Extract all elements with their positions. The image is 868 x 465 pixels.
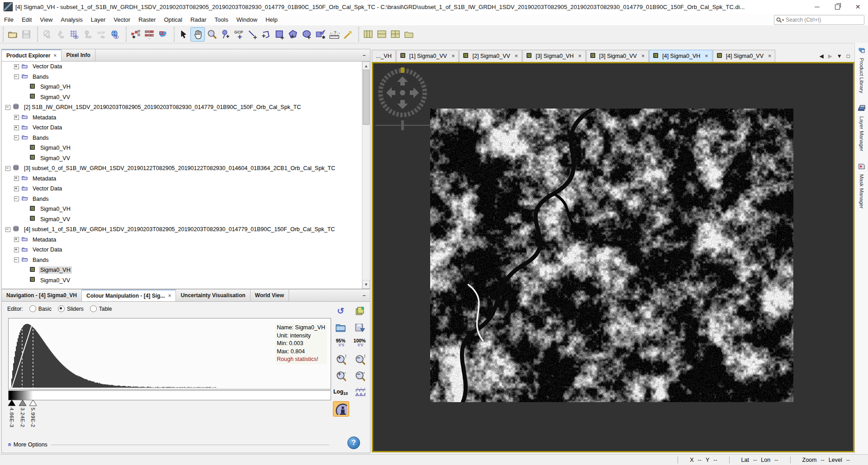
- tree-expander-icon[interactable]: [5, 227, 10, 232]
- log-scale-icon[interactable]: Log10: [333, 385, 348, 399]
- restore-button[interactable]: [827, 0, 848, 14]
- graph-builder-icon[interactable]: ...: [142, 28, 156, 41]
- search-dropdown-icon[interactable]: ▾: [782, 18, 784, 22]
- tree-expander-icon[interactable]: [14, 64, 19, 69]
- doc-tab--vh[interactable]: ..._VH: [372, 50, 396, 62]
- minimize-button[interactable]: [807, 0, 827, 14]
- sidebar-mask-manager[interactable]: Mask Manager: [857, 163, 866, 209]
- tool-tab-colour-manipulation-4-sig-[interactable]: Colour Manipulation - [4] Sig...×: [82, 289, 176, 301]
- show-extra-info-icon[interactable]: [333, 401, 349, 417]
- tree-item-sigma0-vh[interactable]: Sigma0_VH: [2, 265, 362, 275]
- close-tab-icon[interactable]: ×: [53, 52, 57, 59]
- scroll-tabs-right-icon[interactable]: ▶: [828, 53, 832, 59]
- graticule-overlay-icon[interactable]: [67, 28, 81, 41]
- tree-scrollbar[interactable]: ▲ ▼: [362, 62, 370, 289]
- scroll-down-icon[interactable]: ▼: [362, 280, 370, 289]
- tree-item--4-subset-1-of-s1b-iw-grdh-1sdv-20190203[interactable]: [4] subset_1_of_S1B_IW_GRDH_1SDV_2019020…: [2, 224, 362, 235]
- tree-item-metadata[interactable]: Metadata: [2, 235, 362, 245]
- tree-expander-icon[interactable]: [14, 247, 19, 252]
- sar-image[interactable]: [430, 109, 793, 402]
- doc-tab--3-sigma0-vv[interactable]: [3] Sigma0_VV×: [586, 50, 649, 62]
- tree-item-sigma0-vv[interactable]: Sigma0_VV: [2, 92, 362, 103]
- zoom-tool-icon[interactable]: [205, 28, 218, 41]
- doc-tab--3-sigma0-vh[interactable]: [3] Sigma0_VH×: [522, 50, 585, 62]
- gcp-overlay-icon[interactable]: GCP: [95, 28, 108, 41]
- tree-item--2-s1b-iw-grdh-1sdv-20190203t082905-2019[interactable]: [2] S1B_IW_GRDH_1SDV_20190203T082905_201…: [2, 102, 362, 113]
- close-doc-tab-icon[interactable]: ×: [515, 53, 518, 59]
- tree-item-vector-data[interactable]: Vector Data: [2, 245, 362, 255]
- tree-expander-icon[interactable]: [14, 74, 19, 79]
- scroll-tabs-left-icon[interactable]: ◀: [819, 53, 823, 59]
- tree-expander-icon[interactable]: [14, 125, 19, 130]
- tree-item-bands[interactable]: Bands: [2, 72, 362, 82]
- explorer-tab-pixel-info[interactable]: Pixel Info: [62, 49, 95, 61]
- menu-file[interactable]: File: [0, 14, 18, 25]
- scrollbar-thumb[interactable]: [363, 70, 370, 125]
- tree-item-sigma0-vh[interactable]: Sigma0_VH: [2, 204, 362, 214]
- doc-tab--2-sigma0-vv[interactable]: [2] Sigma0_VV×: [459, 50, 522, 62]
- editor-radio-basic[interactable]: [29, 305, 36, 312]
- doc-tab--4-sigma0-vh[interactable]: [4] Sigma0_VH×: [649, 50, 712, 62]
- auto-adjust-95-icon[interactable]: 95%: [333, 336, 348, 351]
- pin-overlay-icon[interactable]: [54, 28, 67, 41]
- measure-tool-icon[interactable]: ←?→: [327, 28, 341, 41]
- import-shape-icon[interactable]: ✱: [313, 28, 327, 41]
- doc-tab--1-sigma0-vv[interactable]: [1] Sigma0_VV×: [396, 50, 459, 62]
- tree-item--3-subset-0-of-s1b-iw-grdh-1sdv-20190122[interactable]: [3] subset_0_of_S1B_IW_GRDH_1SDV_2019012…: [2, 163, 362, 174]
- palette-sliders[interactable]: [8, 399, 330, 407]
- tree-item-vector-data[interactable]: Vector Data: [2, 184, 362, 194]
- close-doc-tab-icon[interactable]: ×: [451, 53, 455, 59]
- tile-single-icon[interactable]: [402, 28, 416, 41]
- zoom-in-vertical-icon[interactable]: + ↕: [333, 352, 348, 367]
- minimize-panel-icon[interactable]: –: [358, 49, 370, 61]
- tree-expander-icon[interactable]: [14, 115, 19, 120]
- auto-adjust-100-icon[interactable]: 100%: [352, 336, 367, 351]
- close-doc-tab-icon[interactable]: ×: [705, 53, 708, 59]
- save-product-icon[interactable]: [19, 28, 33, 41]
- tree-item-bands[interactable]: Bands: [2, 194, 362, 204]
- tree-item-metadata[interactable]: Metadata: [2, 113, 362, 123]
- apply-to-multiple-icon[interactable]: [352, 304, 367, 318]
- tree-expander-icon[interactable]: [14, 186, 19, 191]
- ellipse-tool-icon[interactable]: [300, 28, 313, 41]
- scroll-up-icon[interactable]: ▲: [362, 62, 370, 70]
- tile-grid-icon[interactable]: [389, 28, 402, 41]
- close-button[interactable]: ✕: [848, 0, 868, 14]
- zoom-out-horizontal-icon[interactable]: − ↔: [352, 369, 367, 383]
- tree-expander-icon[interactable]: [14, 176, 19, 181]
- distribute-sliders-icon[interactable]: [352, 385, 367, 399]
- menu-raster[interactable]: Raster: [134, 14, 160, 25]
- menu-tools[interactable]: Tools: [210, 14, 232, 25]
- navigation-dial[interactable]: [375, 65, 433, 133]
- doc-tab--4-sigma0-vv[interactable]: [4] Sigma0_VV×: [713, 50, 776, 62]
- close-doc-tab-icon[interactable]: ×: [768, 53, 771, 59]
- tab-list-dropdown-icon[interactable]: ▼: [837, 53, 842, 59]
- menu-view[interactable]: View: [36, 14, 57, 25]
- reset-icon[interactable]: ↺: [333, 304, 348, 318]
- close-tab-icon[interactable]: ×: [168, 293, 171, 299]
- world-map-icon[interactable]: [156, 28, 170, 41]
- polygon-tool-icon[interactable]: [286, 28, 300, 41]
- import-palette-icon[interactable]: [333, 320, 348, 334]
- menu-vector[interactable]: Vector: [109, 14, 134, 25]
- tile-vertical-icon[interactable]: [361, 28, 375, 41]
- tool-tab-uncertainty-visualisation[interactable]: Uncertainty Visualisation: [176, 289, 250, 301]
- help-button[interactable]: ?: [347, 437, 360, 449]
- magic-wand-icon[interactable]: [341, 28, 354, 41]
- export-palette-icon[interactable]: [352, 320, 367, 334]
- editor-radio-table[interactable]: [90, 305, 97, 312]
- menu-analysis[interactable]: Analysis: [57, 14, 86, 25]
- world-overlay-icon[interactable]: [108, 28, 122, 41]
- tree-expander-icon[interactable]: [14, 135, 19, 140]
- pan-tool-icon[interactable]: [190, 27, 205, 42]
- menu-layer[interactable]: Layer: [87, 14, 110, 25]
- rectangle-tool-icon[interactable]: [273, 28, 286, 41]
- maximize-view-icon[interactable]: □: [847, 53, 850, 59]
- open-product-icon[interactable]: [6, 28, 19, 41]
- tree-expander-icon[interactable]: [14, 257, 19, 262]
- tree-item-bands[interactable]: Bands: [2, 133, 362, 143]
- tree-expander-icon[interactable]: [14, 237, 19, 242]
- tool-tab-navigation-4-sigma0-vh[interactable]: Navigation - [4] Sigma0_VH: [2, 289, 82, 301]
- tree-item-bands[interactable]: Bands: [2, 255, 362, 266]
- tool-tab-world-view[interactable]: World View: [251, 289, 289, 301]
